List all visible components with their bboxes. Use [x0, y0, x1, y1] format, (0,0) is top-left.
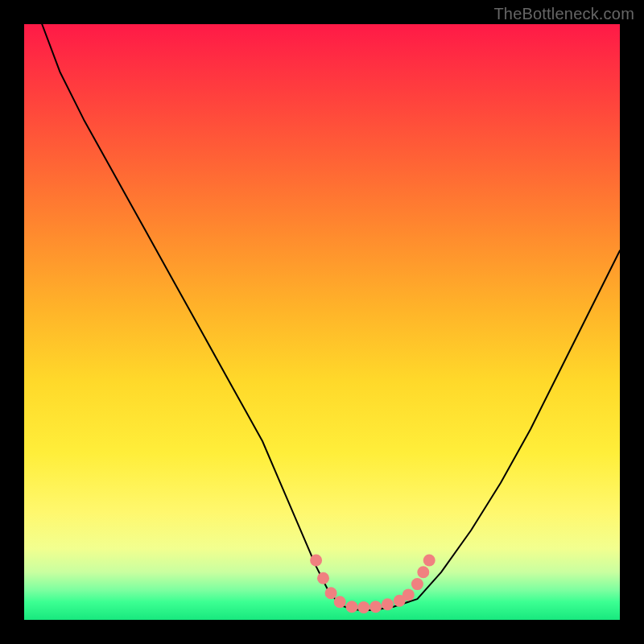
data-marker: [325, 587, 337, 599]
watermark-text: TheBottleneck.com: [493, 5, 634, 23]
data-marker: [310, 555, 322, 567]
curve-layer: [42, 24, 620, 610]
data-marker: [417, 566, 429, 578]
data-marker: [334, 596, 346, 608]
chart-frame: TheBottleneck.com: [0, 0, 644, 644]
data-marker: [402, 588, 415, 601]
data-marker: [357, 601, 369, 613]
plot-area: [24, 24, 620, 620]
data-marker: [317, 572, 329, 584]
data-marker: [369, 601, 382, 613]
data-marker: [346, 601, 358, 613]
data-marker: [382, 598, 394, 610]
chart-svg: [24, 24, 620, 620]
data-marker: [411, 578, 423, 590]
marker-layer: [310, 555, 436, 614]
data-marker: [423, 555, 436, 567]
bottleneck-curve-path: [42, 24, 620, 610]
